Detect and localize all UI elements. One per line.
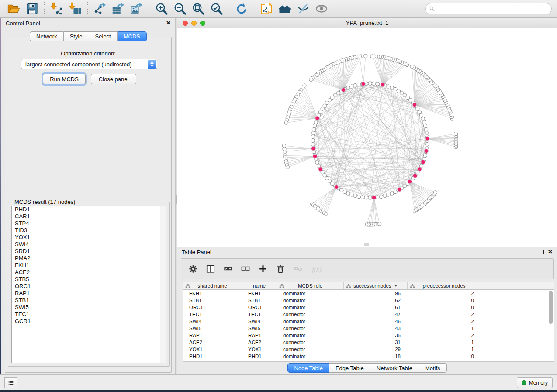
table-cell[interactable]: dominator: [277, 290, 344, 297]
criterion-dropdown[interactable]: largest connected component (undirected): [21, 59, 157, 69]
mcds-result-item[interactable]: PMA2: [12, 255, 166, 262]
mcds-result-item[interactable]: SWI5: [12, 304, 166, 311]
table-row[interactable]: FKH1FKH1dominator962: [183, 290, 554, 297]
table-row[interactable]: PHD1PHD1dominator180: [183, 353, 554, 360]
import-network-icon[interactable]: [50, 2, 63, 15]
zoom-fit-icon[interactable]: [192, 2, 205, 15]
mcds-result-item[interactable]: FKH1: [12, 262, 166, 269]
table-cell[interactable]: SWI4: [242, 318, 277, 325]
gear-icon[interactable]: [188, 264, 198, 274]
table-row[interactable]: YOX1YOX1connector291: [183, 346, 554, 353]
table-row[interactable]: TEC1TEC1connector472: [183, 311, 554, 318]
table-cell[interactable]: SWI5: [183, 325, 242, 332]
mcds-result-item[interactable]: RAP1: [12, 290, 166, 297]
table-cell[interactable]: connector: [277, 311, 344, 318]
table-cell[interactable]: TEC1: [183, 311, 242, 318]
table-cell[interactable]: ACE2: [242, 339, 277, 346]
hide-eye-icon[interactable]: [297, 2, 310, 15]
float-table-panel-icon[interactable]: [540, 250, 544, 254]
float-panel-icon[interactable]: [158, 21, 162, 25]
neighbors-houses-icon[interactable]: [278, 2, 291, 15]
deselect-all-icon[interactable]: [241, 264, 250, 274]
mcds-result-item[interactable]: ORC1: [12, 283, 166, 290]
show-eye-icon[interactable]: [315, 2, 328, 15]
table-cell[interactable]: dominator: [277, 353, 344, 360]
close-panel-icon[interactable]: ✕: [166, 21, 171, 25]
table-cell[interactable]: 0: [408, 353, 481, 360]
table-row[interactable]: ORC1ORC1dominator610: [183, 304, 554, 311]
tab-network-table[interactable]: Network Table: [370, 363, 419, 373]
task-history-button[interactable]: [4, 377, 17, 388]
save-session-icon[interactable]: [25, 2, 38, 15]
table-cell[interactable]: 2: [408, 318, 481, 325]
refresh-layout-icon[interactable]: [235, 2, 248, 15]
zoom-selected-icon[interactable]: [210, 2, 223, 15]
table-cell[interactable]: PHD1: [183, 353, 242, 360]
import-table-icon[interactable]: [69, 2, 82, 15]
column-header-shared-name[interactable]: shared name: [183, 282, 242, 289]
tab-mcds[interactable]: MCDS: [118, 31, 147, 41]
table-cell[interactable]: 61: [344, 304, 408, 311]
memory-button[interactable]: Memory: [517, 377, 553, 388]
table-cell[interactable]: dominator: [277, 332, 344, 339]
table-cell[interactable]: YOX1: [242, 346, 277, 353]
table-cell[interactable]: 1: [408, 346, 481, 353]
table-cell[interactable]: FKH1: [242, 290, 277, 297]
column-header-MCDS-role[interactable]: MCDS role: [277, 282, 344, 289]
table-row[interactable]: SWI4SWI4dominator462: [183, 318, 554, 325]
zoom-out-icon[interactable]: [173, 2, 187, 15]
table-cell[interactable]: 0: [408, 297, 481, 304]
search-input[interactable]: [425, 3, 552, 14]
tab-network[interactable]: Network: [30, 31, 64, 41]
table-cell[interactable]: 2: [408, 311, 481, 318]
tab-select[interactable]: Select: [89, 31, 118, 41]
tab-motifs[interactable]: Motifs: [419, 363, 447, 373]
table-cell[interactable]: 31: [344, 339, 408, 346]
table-cell[interactable]: 2: [408, 290, 481, 297]
export-image-icon[interactable]: [130, 2, 143, 15]
table-cell[interactable]: RAP1: [242, 332, 277, 339]
table-cell[interactable]: FKH1: [183, 290, 242, 297]
open-folder-icon[interactable]: [7, 2, 20, 15]
table-cell[interactable]: TEC1: [242, 311, 277, 318]
table-cell[interactable]: 62: [344, 297, 408, 304]
tab-node-table[interactable]: Node Table: [287, 363, 329, 373]
table-cell[interactable]: 46: [344, 318, 408, 325]
table-cell[interactable]: ACE2: [183, 339, 242, 346]
table-cell[interactable]: SWI4: [183, 318, 242, 325]
tab-style[interactable]: Style: [64, 31, 89, 41]
horizontal-splitter-handle[interactable]: [364, 243, 369, 246]
table-cell[interactable]: RAP1: [183, 332, 242, 339]
table-cell[interactable]: 43: [344, 325, 408, 332]
window-minimize-icon[interactable]: [191, 21, 197, 26]
column-header-name[interactable]: name: [242, 282, 277, 289]
zoom-in-icon[interactable]: [155, 2, 168, 15]
add-row-icon[interactable]: [258, 264, 268, 274]
table-cell[interactable]: 35: [344, 332, 408, 339]
close-table-panel-icon[interactable]: ✕: [548, 250, 553, 254]
table-cell[interactable]: dominator: [277, 318, 344, 325]
table-cell[interactable]: 96: [344, 290, 408, 297]
table-cell[interactable]: STB1: [183, 297, 242, 304]
table-cell[interactable]: dominator: [277, 297, 344, 304]
select-all-icon[interactable]: [223, 264, 233, 274]
close-panel-button[interactable]: Close panel: [91, 74, 136, 84]
table-scrollbar[interactable]: [549, 291, 553, 361]
network-canvas[interactable]: [177, 28, 557, 247]
mcds-result-list[interactable]: PHD1CAR1STP4TID3YOX1SWI4SRD1PMA2FKH1ACE2…: [11, 206, 166, 363]
table-cell[interactable]: connector: [277, 325, 344, 332]
share-document-icon[interactable]: [260, 2, 273, 15]
table-cell[interactable]: 0: [408, 304, 481, 311]
mcds-result-item[interactable]: ACE2: [12, 269, 166, 276]
table-cell[interactable]: 29: [344, 346, 408, 353]
result-list-scrollbar[interactable]: [160, 206, 166, 363]
window-close-icon[interactable]: [183, 21, 188, 26]
mcds-result-item[interactable]: PHD1: [12, 206, 166, 213]
mcds-result-item[interactable]: YOX1: [12, 234, 166, 241]
table-cell[interactable]: 1: [408, 339, 481, 346]
mcds-result-item[interactable]: CAR1: [12, 213, 166, 220]
table-scrollbar-thumb[interactable]: [549, 291, 553, 324]
table-row[interactable]: SWI5SWI5connector431: [183, 325, 554, 332]
mcds-result-item[interactable]: TEC1: [12, 311, 166, 318]
table-cell[interactable]: dominator: [277, 304, 344, 311]
